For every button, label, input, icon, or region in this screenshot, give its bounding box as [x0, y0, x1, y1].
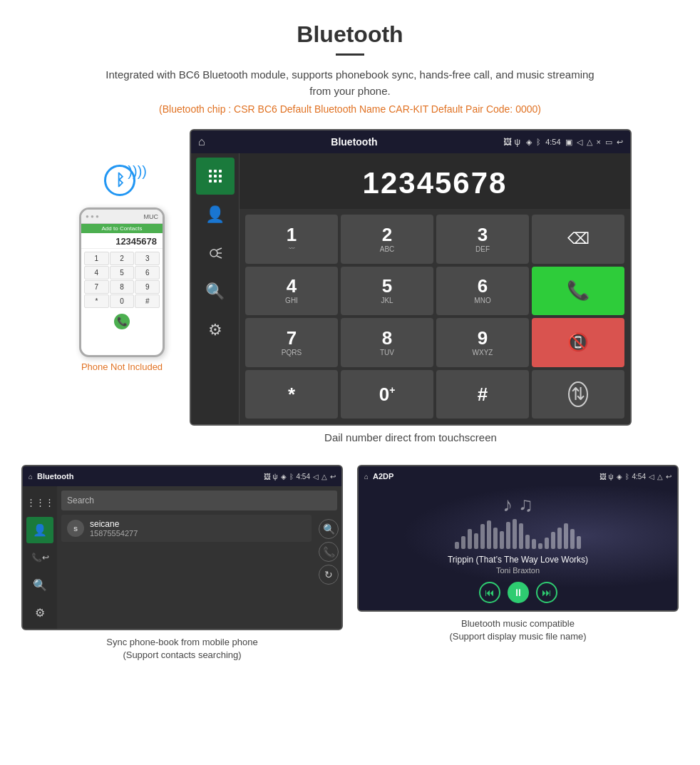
- phone-number-display: 12345678: [81, 233, 163, 249]
- contact-row[interactable]: s seicane 15875554277: [61, 515, 312, 542]
- sidebar-item-dialpad[interactable]: [196, 158, 235, 195]
- phone-key-7: 7: [84, 280, 109, 294]
- key-2[interactable]: 2 ABC: [341, 215, 433, 264]
- key-9[interactable]: 9 WXYZ: [436, 318, 529, 367]
- contact-phone: 15875554277: [90, 529, 306, 538]
- page-description: Integrated with BC6 Bluetooth module, su…: [101, 67, 599, 99]
- location-icon: ◈: [526, 138, 532, 147]
- svg-rect-7: [214, 180, 217, 183]
- phone-call-row: 📞: [81, 311, 163, 332]
- key-7[interactable]: 7 PQRS: [245, 318, 338, 367]
- key-0[interactable]: 0+: [341, 370, 433, 419]
- music-media-icon: 🖼 ψ: [599, 473, 614, 481]
- time-display: 4:54: [545, 138, 560, 146]
- pb-sidebar-settings[interactable]: ⚙: [26, 600, 53, 626]
- key-4[interactable]: 4 GHI: [245, 267, 338, 316]
- phone-key-2: 2: [110, 252, 135, 265]
- dialer-main: 12345678 1 〰 2 ABC 3 DEF: [240, 153, 630, 424]
- pb-sidebar-dialpad[interactable]: ⋮⋮⋮: [26, 489, 53, 515]
- dialer-caption: Dail number direct from touchscreen: [324, 431, 497, 443]
- sidebar-item-settings[interactable]: ⚙: [196, 312, 235, 349]
- pb-screen-title: Bluetooth: [37, 472, 73, 481]
- pb-bt-icon: ᛒ: [289, 473, 294, 481]
- search-contact-button[interactable]: 🔍: [319, 519, 339, 539]
- back-icon: ↩: [617, 138, 623, 147]
- refresh-button[interactable]: ↻: [319, 565, 339, 585]
- key-8[interactable]: 8 TUV: [341, 318, 433, 367]
- pb-sidebar-search[interactable]: 🔍: [26, 572, 53, 598]
- dialer-keypad: 1 〰 2 ABC 3 DEF ⌫: [240, 209, 630, 424]
- phone-call-button[interactable]: 📞: [114, 314, 130, 329]
- search-placeholder: Search: [67, 496, 94, 505]
- phone-not-included-label: Phone Not Included: [81, 361, 163, 372]
- phone-mockup: ᛒ )))) ● ● ● MUC Add to Contacts 1234567…: [68, 150, 175, 372]
- pb-sidebar-contacts[interactable]: 👤: [26, 517, 53, 543]
- sidebar-item-recents[interactable]: [196, 235, 235, 272]
- camera-icon: ▣: [565, 138, 572, 147]
- music-notes-icon: ♪ ♫: [503, 493, 533, 516]
- window-icon: ▭: [605, 138, 612, 147]
- music-artist: Toni Braxton: [496, 566, 540, 575]
- key-star[interactable]: *: [245, 370, 338, 419]
- phone-status-text: MUC: [102, 213, 158, 220]
- key-6[interactable]: 6 MNO: [436, 267, 529, 316]
- svg-rect-1: [214, 170, 217, 173]
- key-5[interactable]: 5 JKL: [341, 267, 433, 316]
- svg-rect-3: [209, 175, 212, 178]
- sidebar-item-contacts[interactable]: 👤: [196, 196, 235, 233]
- phone-key-4: 4: [84, 266, 109, 279]
- title-divider: [336, 53, 364, 56]
- play-pause-button[interactable]: ⏸: [508, 582, 529, 603]
- pb-home-icon[interactable]: ⌂: [29, 473, 33, 481]
- music-bt-icon: ᛒ: [625, 473, 629, 481]
- phone-key-1: 1: [84, 252, 109, 265]
- svg-line-10: [217, 248, 222, 250]
- pb-main: Search s seicane 15875554277: [57, 486, 341, 629]
- music-controls: ⏮ ⏸ ⏭: [479, 582, 557, 603]
- phone-key-8: 8: [110, 280, 135, 294]
- music-home-icon[interactable]: ⌂: [364, 473, 369, 481]
- call-contact-button[interactable]: 📞: [319, 542, 339, 562]
- key-end-call[interactable]: 📵: [532, 318, 624, 367]
- contact-name: seicane: [90, 519, 306, 529]
- music-statusbar: ⌂ A2DP 🖼 ψ ◈ ᛒ 4:54 ◁ △ ↩: [359, 466, 677, 486]
- contact-avatar: s: [67, 520, 84, 537]
- music-back-icon: ↩: [666, 473, 671, 481]
- main-section: ᛒ )))) ● ● ● MUC Add to Contacts 1234567…: [0, 129, 700, 465]
- music-status-icons: 🖼 ψ ◈ ᛒ 4:54 ◁ △ ↩: [599, 473, 671, 481]
- music-vol-icon: ◁: [649, 473, 654, 481]
- pb-media-icon: 🖼 ψ: [264, 473, 278, 481]
- home-icon[interactable]: ⌂: [198, 135, 205, 148]
- pb-vol-icon: ◁: [313, 473, 319, 481]
- bluetooth-icon-area: ᛒ )))): [97, 158, 147, 207]
- pb-time: 4:54: [297, 473, 310, 481]
- music-song-title: Trippin (That’s The Way Love Works): [448, 555, 588, 565]
- car-dialer-screen: ⌂ Bluetooth 🖼 ψ ◈ ᛒ 4:54 ▣ ◁ △ × ▭ ↩: [190, 129, 632, 426]
- phone-top-bar: ● ● ● MUC: [81, 210, 163, 224]
- prev-track-button[interactable]: ⏮: [479, 582, 500, 603]
- phone-dots: ● ● ●: [86, 213, 99, 220]
- phone-key-9: 9: [135, 280, 160, 294]
- svg-point-9: [210, 250, 217, 257]
- svg-rect-6: [209, 180, 212, 183]
- contact-actions: 🔍 📞 ↻: [319, 519, 339, 585]
- dialer-sidebar: 👤 🔍 ⚙: [191, 153, 240, 424]
- pb-sidebar-recents[interactable]: 📞↩: [26, 545, 53, 571]
- key-swap[interactable]: ⇅: [532, 370, 624, 419]
- key-3[interactable]: 3 DEF: [436, 215, 529, 264]
- pb-eject-icon: △: [321, 473, 327, 481]
- phonebook-body: ⋮⋮⋮ 👤 📞↩ 🔍 ⚙ Search s: [23, 486, 341, 629]
- key-hash[interactable]: #: [436, 370, 529, 419]
- key-backspace[interactable]: ⌫: [532, 215, 624, 264]
- phone-key-star: *: [84, 294, 109, 308]
- phone-key-5: 5: [110, 266, 135, 279]
- pb-location-icon: ◈: [281, 473, 287, 481]
- dialer-screen-title: Bluetooth: [211, 136, 498, 148]
- phone-key-3: 3: [135, 252, 160, 265]
- phonebook-search-input[interactable]: Search: [61, 491, 337, 510]
- sidebar-item-search[interactable]: 🔍: [196, 273, 235, 310]
- key-1[interactable]: 1 〰: [245, 215, 338, 264]
- music-screen: ⌂ A2DP 🖼 ψ ◈ ᛒ 4:54 ◁ △ ↩ ♪ ♫ Trippin (T…: [357, 465, 679, 612]
- key-call[interactable]: 📞: [532, 267, 624, 316]
- next-track-button[interactable]: ⏭: [536, 582, 557, 603]
